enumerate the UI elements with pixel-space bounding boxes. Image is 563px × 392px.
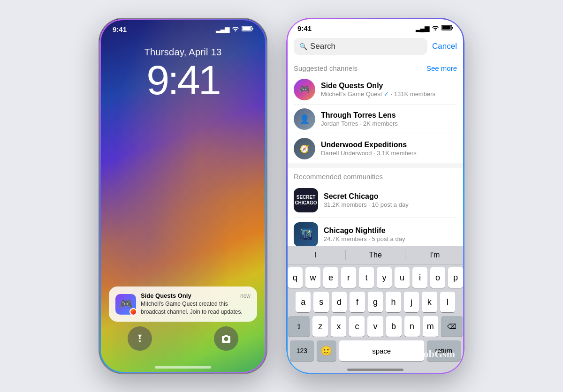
- emoji-key[interactable]: 🙂: [317, 340, 336, 361]
- svg-rect-3: [441, 25, 452, 30]
- key-q[interactable]: q: [288, 267, 303, 288]
- key-s[interactable]: s: [313, 292, 328, 312]
- svg-rect-5: [452, 27, 454, 29]
- channel-item-torres[interactable]: 👤 Through Torres Lens Jordan Torres · 2K…: [286, 105, 464, 134]
- watermark: MobGsm: [414, 348, 455, 360]
- search-icon: 🔍: [299, 43, 307, 50]
- left-status-icons: ▂▄▆: [216, 26, 253, 33]
- community-avatar-secret-chicago: SECRETCHICAGO: [294, 188, 318, 212]
- avatar-image-underwood: 🧭: [294, 138, 315, 159]
- bottom-icons: [99, 326, 266, 351]
- channel-meta-side-quests: Mitchell's Game Quest ✓ · 131K members: [321, 90, 457, 98]
- main-container: 9:41 ▂▄▆ Thursday, April 13: [99, 18, 464, 374]
- key-x[interactable]: x: [331, 316, 346, 337]
- flashlight-button[interactable]: [128, 326, 152, 351]
- quicktype-row: I The I'm: [286, 246, 464, 264]
- camera-button[interactable]: [214, 326, 238, 351]
- community-item-chicago-nightlife[interactable]: 🌃 Chicago Nightlife 24.7K members · 5 po…: [286, 218, 464, 251]
- channel-avatar-underwood: 🧭: [294, 138, 315, 159]
- key-j[interactable]: j: [404, 292, 419, 312]
- notification-header: Side Quests Only now: [141, 292, 251, 299]
- space-key[interactable]: space: [339, 340, 424, 361]
- notification-time: now: [240, 293, 251, 299]
- home-bar: [347, 369, 403, 371]
- verified-badge-side-quests: ✓: [384, 90, 389, 98]
- key-y[interactable]: y: [377, 267, 392, 288]
- key-d[interactable]: d: [332, 292, 347, 312]
- key-f[interactable]: f: [350, 292, 365, 312]
- key-p[interactable]: p: [448, 267, 463, 288]
- battery-icon: [242, 26, 253, 33]
- quicktype-word-2[interactable]: The: [346, 250, 405, 260]
- channel-name-underwood: Underwood Expeditions: [321, 141, 457, 149]
- search-input[interactable]: Search: [310, 42, 422, 51]
- key-w[interactable]: w: [305, 267, 320, 288]
- notification-body: Mitchell's Game Quest created this broad…: [141, 300, 251, 316]
- left-status-bar: 9:41 ▂▄▆: [99, 25, 266, 33]
- channel-info-side-quests: Side Quests Only Mitchell's Game Quest ✓…: [321, 82, 457, 98]
- key-k[interactable]: k: [422, 292, 437, 312]
- suggested-channels-title: Suggested channels: [294, 64, 358, 72]
- community-info-chicago-nightlife: Chicago Nightlife 24.7K members · 5 post…: [324, 226, 405, 242]
- section-divider: [286, 163, 464, 168]
- channel-meta-torres: Jordan Torres · 2K members: [321, 120, 457, 127]
- signal-icon-right: ▂▄▆: [416, 25, 429, 32]
- quicktype-word-1[interactable]: I: [286, 250, 346, 260]
- see-more-button[interactable]: See more: [426, 64, 457, 72]
- channel-info-torres: Through Torres Lens Jordan Torres · 2K m…: [321, 111, 457, 127]
- key-r[interactable]: r: [341, 267, 356, 288]
- left-phone: 9:41 ▂▄▆ Thursday, April 13: [99, 18, 267, 374]
- cancel-button[interactable]: Cancel: [432, 42, 457, 51]
- battery-icon-right: [441, 25, 453, 32]
- key-t[interactable]: t: [359, 267, 374, 288]
- key-c[interactable]: c: [349, 316, 365, 337]
- community-meta-chicago-nightlife: 24.7K members · 5 post a day: [324, 235, 405, 242]
- notification-content: Side Quests Only now Mitchell's Game Que…: [141, 292, 251, 316]
- key-z[interactable]: z: [312, 316, 328, 337]
- channel-item-underwood[interactable]: 🧭 Underwood Expeditions Darrell Underwoo…: [286, 134, 464, 163]
- recommended-communities-title: Recommended communities: [294, 173, 383, 181]
- key-l[interactable]: l: [440, 292, 455, 312]
- key-o[interactable]: o: [430, 267, 445, 288]
- search-input-wrap[interactable]: 🔍 Search: [294, 38, 427, 55]
- quicktype-word-3[interactable]: I'm: [405, 250, 464, 260]
- numbers-key[interactable]: 123: [290, 340, 314, 361]
- key-g[interactable]: g: [368, 292, 383, 312]
- key-h[interactable]: h: [386, 292, 401, 312]
- channel-avatar-side-quests: 🎮: [294, 79, 315, 100]
- notification-title: Side Quests Only: [141, 292, 191, 299]
- notification-card[interactable]: 🎮 Side Quests Only now Mitchell's Game Q…: [109, 286, 257, 322]
- signal-icon: ▂▄▆: [216, 26, 229, 33]
- right-status-icons: ▂▄▆: [416, 25, 453, 32]
- suggested-channels-header: Suggested channels See more: [286, 60, 464, 75]
- left-date: Thursday, April 13: [99, 47, 266, 58]
- right-phone: 9:41 ▂▄▆ 🔍: [286, 18, 464, 374]
- key-m[interactable]: m: [423, 316, 438, 337]
- home-indicator-right: [286, 365, 464, 374]
- community-item-secret-chicago[interactable]: SECRETCHICAGO Secret Chicago 31.2K membe…: [286, 183, 464, 217]
- svg-rect-0: [242, 26, 252, 31]
- key-i[interactable]: i: [412, 267, 427, 288]
- shift-key[interactable]: ⇧: [288, 316, 310, 337]
- key-row-3: ⇧ z x c v b n m ⌫: [288, 316, 463, 337]
- channel-avatar-torres: 👤: [294, 108, 315, 130]
- right-status-bar: 9:41 ▂▄▆: [286, 18, 464, 36]
- key-e[interactable]: e: [323, 267, 338, 288]
- key-a[interactable]: a: [296, 292, 311, 312]
- wifi-icon: [232, 26, 239, 33]
- key-v[interactable]: v: [367, 316, 383, 337]
- community-meta-secret-chicago: 31.2K members · 10 post a day: [324, 201, 409, 208]
- svg-rect-4: [442, 26, 451, 30]
- channel-item-side-quests[interactable]: 🎮 Side Quests Only Mitchell's Game Quest…: [286, 75, 464, 104]
- key-u[interactable]: u: [395, 267, 410, 288]
- delete-key[interactable]: ⌫: [441, 316, 463, 337]
- community-avatar-chicago-nightlife: 🌃: [294, 222, 318, 247]
- divider-1: [294, 104, 457, 105]
- search-bar-row: 🔍 Search Cancel: [286, 36, 464, 60]
- key-row-2: a s d f g h j k l: [288, 292, 463, 312]
- key-n[interactable]: n: [404, 316, 420, 337]
- lockscreen-background: [99, 19, 266, 373]
- svg-rect-2: [252, 28, 254, 30]
- avatar-image-side-quests: 🎮: [294, 79, 315, 100]
- key-b[interactable]: b: [386, 316, 402, 337]
